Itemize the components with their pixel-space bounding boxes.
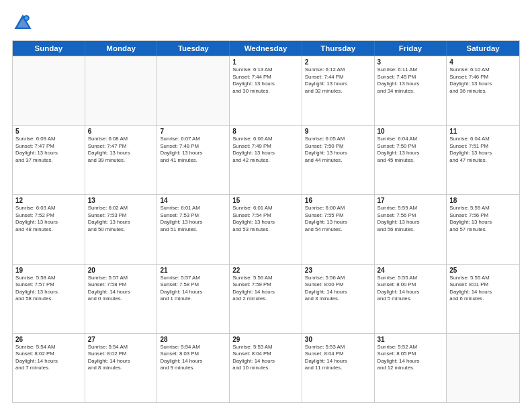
day-cell-14: 14Sunrise: 6:01 AM Sunset: 7:53 PM Dayli… xyxy=(157,195,230,263)
date-number: 25 xyxy=(449,267,517,274)
date-number: 27 xyxy=(88,336,154,343)
date-number: 26 xyxy=(15,336,82,343)
day-cell-17: 17Sunrise: 5:59 AM Sunset: 7:56 PM Dayli… xyxy=(375,195,447,263)
day-cell-3: 3Sunrise: 6:11 AM Sunset: 7:45 PM Daylig… xyxy=(375,56,447,125)
day-cell-11: 11Sunrise: 6:04 AM Sunset: 7:51 PM Dayli… xyxy=(447,126,519,194)
header-day-sunday: Sunday xyxy=(13,41,85,56)
date-number: 12 xyxy=(15,197,82,204)
cell-info: Sunrise: 6:08 AM Sunset: 7:47 PM Dayligh… xyxy=(88,136,154,164)
cell-info: Sunrise: 6:03 AM Sunset: 7:52 PM Dayligh… xyxy=(15,205,82,233)
logo xyxy=(12,12,36,34)
date-number: 23 xyxy=(305,267,371,274)
day-cell-12: 12Sunrise: 6:03 AM Sunset: 7:52 PM Dayli… xyxy=(13,195,85,263)
date-number: 6 xyxy=(88,128,154,135)
cell-info: Sunrise: 5:54 AM Sunset: 8:02 PM Dayligh… xyxy=(15,344,82,372)
date-number: 13 xyxy=(88,197,154,204)
page: SundayMondayTuesdayWednesdayThursdayFrid… xyxy=(0,0,532,411)
header-day-thursday: Thursday xyxy=(302,41,375,56)
day-cell-8: 8Sunrise: 6:06 AM Sunset: 7:49 PM Daylig… xyxy=(230,126,302,194)
cell-info: Sunrise: 6:02 AM Sunset: 7:53 PM Dayligh… xyxy=(88,205,154,233)
day-cell-4: 4Sunrise: 6:10 AM Sunset: 7:46 PM Daylig… xyxy=(447,56,519,125)
day-cell-30: 30Sunrise: 5:53 AM Sunset: 8:04 PM Dayli… xyxy=(302,334,375,402)
day-cell-28: 28Sunrise: 5:54 AM Sunset: 8:03 PM Dayli… xyxy=(157,334,230,402)
cell-info: Sunrise: 5:54 AM Sunset: 8:02 PM Dayligh… xyxy=(88,344,154,372)
date-number: 31 xyxy=(378,336,444,343)
day-cell-2: 2Sunrise: 6:12 AM Sunset: 7:44 PM Daylig… xyxy=(302,56,375,125)
cell-info: Sunrise: 5:57 AM Sunset: 7:58 PM Dayligh… xyxy=(160,275,226,303)
header-day-tuesday: Tuesday xyxy=(157,41,230,56)
date-number: 9 xyxy=(305,128,371,135)
cell-info: Sunrise: 6:12 AM Sunset: 7:44 PM Dayligh… xyxy=(305,66,371,95)
cell-info: Sunrise: 6:09 AM Sunset: 7:47 PM Dayligh… xyxy=(15,136,82,164)
date-number: 29 xyxy=(232,336,299,343)
logo-icon xyxy=(12,12,34,34)
date-number: 8 xyxy=(232,128,299,135)
cell-info: Sunrise: 5:59 AM Sunset: 7:56 PM Dayligh… xyxy=(378,205,444,233)
calendar-header: SundayMondayTuesdayWednesdayThursdayFrid… xyxy=(13,41,519,56)
cell-info: Sunrise: 6:04 AM Sunset: 7:51 PM Dayligh… xyxy=(449,136,517,164)
empty-cell xyxy=(447,334,519,402)
calendar-body: 1Sunrise: 6:13 AM Sunset: 7:44 PM Daylig… xyxy=(13,56,519,402)
date-number: 22 xyxy=(232,267,299,274)
cell-info: Sunrise: 6:07 AM Sunset: 7:48 PM Dayligh… xyxy=(160,136,226,164)
date-number: 3 xyxy=(378,58,444,66)
date-number: 21 xyxy=(160,267,226,274)
day-cell-26: 26Sunrise: 5:54 AM Sunset: 8:02 PM Dayli… xyxy=(13,334,85,402)
cell-info: Sunrise: 6:05 AM Sunset: 7:50 PM Dayligh… xyxy=(305,136,371,164)
calendar-row-2: 5Sunrise: 6:09 AM Sunset: 7:47 PM Daylig… xyxy=(13,125,519,194)
cell-info: Sunrise: 5:55 AM Sunset: 8:00 PM Dayligh… xyxy=(378,275,444,303)
date-number: 30 xyxy=(305,336,371,343)
day-cell-15: 15Sunrise: 6:01 AM Sunset: 7:54 PM Dayli… xyxy=(230,195,302,263)
header-day-monday: Monday xyxy=(85,41,158,56)
date-number: 15 xyxy=(232,197,299,204)
day-cell-13: 13Sunrise: 6:02 AM Sunset: 7:53 PM Dayli… xyxy=(85,195,158,263)
header-day-friday: Friday xyxy=(375,41,447,56)
cell-info: Sunrise: 5:54 AM Sunset: 8:03 PM Dayligh… xyxy=(160,344,226,372)
cell-info: Sunrise: 6:00 AM Sunset: 7:55 PM Dayligh… xyxy=(305,205,371,233)
empty-cell xyxy=(157,56,230,125)
cell-info: Sunrise: 5:57 AM Sunset: 7:58 PM Dayligh… xyxy=(88,275,154,303)
header xyxy=(12,12,520,34)
cell-info: Sunrise: 5:56 AM Sunset: 7:59 PM Dayligh… xyxy=(232,275,299,303)
date-number: 10 xyxy=(378,128,444,135)
date-number: 7 xyxy=(160,128,226,135)
header-day-wednesday: Wednesday xyxy=(230,41,302,56)
cell-info: Sunrise: 6:10 AM Sunset: 7:46 PM Dayligh… xyxy=(449,66,517,95)
date-number: 14 xyxy=(160,197,226,204)
day-cell-22: 22Sunrise: 5:56 AM Sunset: 7:59 PM Dayli… xyxy=(230,265,302,333)
day-cell-29: 29Sunrise: 5:53 AM Sunset: 8:04 PM Dayli… xyxy=(230,334,302,402)
cell-info: Sunrise: 5:58 AM Sunset: 7:57 PM Dayligh… xyxy=(15,275,82,303)
day-cell-21: 21Sunrise: 5:57 AM Sunset: 7:58 PM Dayli… xyxy=(157,265,230,333)
cell-info: Sunrise: 6:11 AM Sunset: 7:45 PM Dayligh… xyxy=(378,66,444,95)
day-cell-9: 9Sunrise: 6:05 AM Sunset: 7:50 PM Daylig… xyxy=(302,126,375,194)
day-cell-27: 27Sunrise: 5:54 AM Sunset: 8:02 PM Dayli… xyxy=(85,334,158,402)
day-cell-19: 19Sunrise: 5:58 AM Sunset: 7:57 PM Dayli… xyxy=(13,265,85,333)
date-number: 11 xyxy=(449,128,517,135)
empty-cell xyxy=(13,56,85,125)
svg-point-3 xyxy=(25,16,28,19)
calendar: SundayMondayTuesdayWednesdayThursdayFrid… xyxy=(12,40,520,403)
day-cell-7: 7Sunrise: 6:07 AM Sunset: 7:48 PM Daylig… xyxy=(157,126,230,194)
calendar-row-4: 19Sunrise: 5:58 AM Sunset: 7:57 PM Dayli… xyxy=(13,264,519,333)
date-number: 16 xyxy=(305,197,371,204)
day-cell-5: 5Sunrise: 6:09 AM Sunset: 7:47 PM Daylig… xyxy=(13,126,85,194)
cell-info: Sunrise: 5:53 AM Sunset: 8:04 PM Dayligh… xyxy=(305,344,371,372)
cell-info: Sunrise: 6:01 AM Sunset: 7:54 PM Dayligh… xyxy=(232,205,299,233)
date-number: 20 xyxy=(88,267,154,274)
cell-info: Sunrise: 6:06 AM Sunset: 7:49 PM Dayligh… xyxy=(232,136,299,164)
cell-info: Sunrise: 5:56 AM Sunset: 8:00 PM Dayligh… xyxy=(305,275,371,303)
day-cell-6: 6Sunrise: 6:08 AM Sunset: 7:47 PM Daylig… xyxy=(85,126,158,194)
cell-info: Sunrise: 5:55 AM Sunset: 8:01 PM Dayligh… xyxy=(449,275,517,303)
cell-info: Sunrise: 6:04 AM Sunset: 7:50 PM Dayligh… xyxy=(378,136,444,164)
date-number: 18 xyxy=(449,197,517,204)
calendar-row-3: 12Sunrise: 6:03 AM Sunset: 7:52 PM Dayli… xyxy=(13,194,519,263)
day-cell-16: 16Sunrise: 6:00 AM Sunset: 7:55 PM Dayli… xyxy=(302,195,375,263)
date-number: 1 xyxy=(232,58,299,66)
calendar-row-1: 1Sunrise: 6:13 AM Sunset: 7:44 PM Daylig… xyxy=(13,56,519,125)
day-cell-24: 24Sunrise: 5:55 AM Sunset: 8:00 PM Dayli… xyxy=(375,265,447,333)
date-number: 28 xyxy=(160,336,226,343)
date-number: 17 xyxy=(378,197,444,204)
day-cell-10: 10Sunrise: 6:04 AM Sunset: 7:50 PM Dayli… xyxy=(375,126,447,194)
cell-info: Sunrise: 5:52 AM Sunset: 8:05 PM Dayligh… xyxy=(378,344,444,372)
cell-info: Sunrise: 5:59 AM Sunset: 7:56 PM Dayligh… xyxy=(449,205,517,233)
